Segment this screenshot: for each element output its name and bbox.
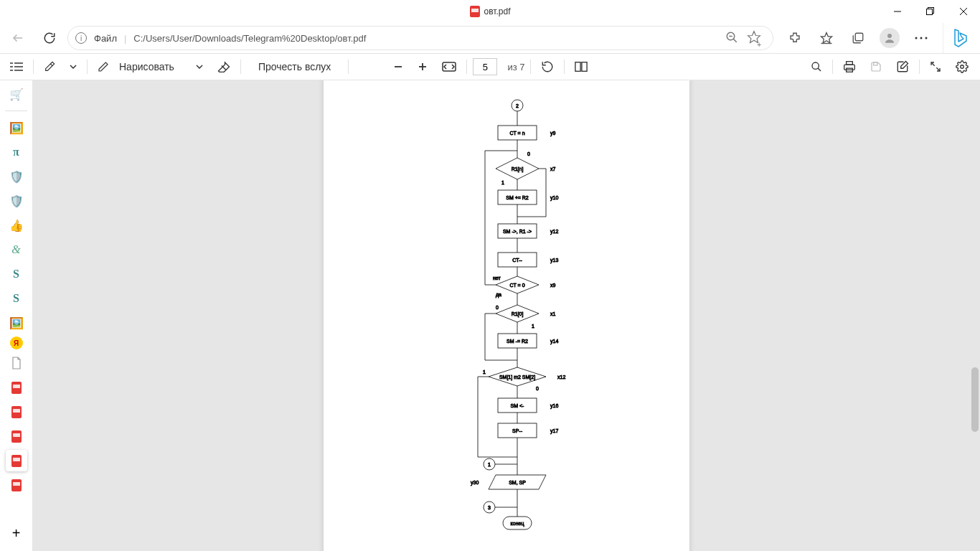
pdf-viewer[interactable]: 2 CT = n y9 R1[n] x7 0 1 [33, 80, 980, 551]
svg-text:y16: y16 [550, 403, 558, 409]
zoom-out-icon[interactable] [725, 31, 738, 46]
favorites-button[interactable] [812, 24, 841, 52]
fullscreen-button[interactable] [925, 56, 946, 77]
contents-button[interactable] [6, 56, 27, 77]
svg-text:SM -= R2: SM -= R2 [507, 339, 528, 344]
svg-point-14 [915, 37, 918, 39]
erase-button[interactable] [213, 56, 235, 77]
svg-text:конец: конец [511, 521, 524, 527]
sidebar-tab-13[interactable] [6, 377, 27, 398]
svg-text:x12: x12 [557, 375, 565, 380]
svg-rect-28 [575, 62, 580, 72]
svg-text:3: 3 [488, 505, 491, 510]
svg-rect-32 [847, 62, 853, 65]
svg-rect-12 [855, 33, 863, 41]
svg-text:R1[0]: R1[0] [512, 311, 524, 317]
bing-button[interactable] [943, 23, 976, 53]
sidebar-tab-1[interactable]: 🛒 [6, 83, 27, 105]
sidebar-tab-9[interactable]: S [6, 288, 27, 309]
sidebar-tab-4[interactable]: 🛡️ [6, 166, 27, 187]
fit-button[interactable] [438, 56, 461, 77]
window-minimize-button[interactable] [881, 0, 914, 23]
new-tab-button[interactable]: + [6, 522, 27, 544]
viewer-scrollbar[interactable] [971, 367, 979, 432]
vertical-tab-sidebar: 🛒 🖼️ π 🛡️ 🛡️ 👍 & S S 🖼️ Я + [0, 80, 33, 551]
page-total-label: из 7 [507, 62, 524, 72]
url-scheme: Файл [94, 33, 117, 44]
svg-text:y30: y30 [471, 480, 479, 486]
svg-text:нет: нет [493, 276, 501, 281]
svg-point-15 [920, 37, 923, 39]
svg-marker-10 [821, 33, 832, 43]
print-button[interactable] [839, 56, 860, 77]
svg-rect-33 [844, 65, 855, 70]
sidebar-tab-7[interactable]: & [6, 239, 27, 260]
more-button[interactable] [907, 24, 936, 52]
svg-text:SM, SP: SM, SP [509, 480, 526, 485]
settings-button[interactable] [951, 56, 973, 77]
favorite-icon[interactable]: + [747, 30, 765, 47]
svg-text:x7: x7 [550, 166, 556, 171]
highlight-button[interactable] [39, 56, 60, 77]
svg-text:1: 1 [501, 180, 504, 185]
svg-text:2: 2 [516, 103, 519, 108]
draw-button[interactable]: Нарисовать [93, 56, 186, 77]
zoom-in-button[interactable] [413, 56, 432, 77]
svg-text:y10: y10 [550, 195, 558, 201]
svg-line-37 [936, 67, 940, 71]
sidebar-tab-11[interactable]: Я [10, 336, 23, 349]
highlight-dropdown[interactable] [65, 56, 81, 77]
svg-rect-29 [582, 62, 587, 72]
svg-text:SM += R2: SM += R2 [506, 195, 529, 200]
svg-text:1: 1 [483, 369, 486, 375]
browser-navbar: i Файл | C:/Users/User/Downloads/Telegra… [0, 23, 980, 53]
sidebar-tab-15[interactable] [6, 425, 27, 447]
window-maximize-button[interactable] [914, 0, 947, 23]
svg-text:0: 0 [536, 386, 539, 391]
sidebar-tab-16[interactable] [6, 474, 27, 496]
sidebar-tab-8[interactable]: S [6, 263, 27, 285]
svg-text:y9: y9 [550, 131, 556, 136]
sidebar-tab-14[interactable] [6, 401, 27, 423]
workspace: 🛒 🖼️ π 🛡️ 🛡️ 👍 & S S 🖼️ Я + 2 [0, 80, 980, 551]
page-view-button[interactable] [570, 56, 592, 77]
window-close-button[interactable] [947, 0, 980, 23]
sidebar-tab-10[interactable]: 🖼️ [6, 312, 27, 334]
zoom-out-button[interactable] [389, 56, 407, 77]
svg-text:CT = n: CT = n [509, 131, 524, 136]
svg-point-30 [812, 62, 819, 69]
collections-button[interactable] [844, 24, 872, 52]
address-bar[interactable]: i Файл | C:/Users/User/Downloads/Telegra… [67, 26, 773, 50]
draw-dropdown[interactable] [192, 56, 207, 77]
svg-rect-2 [927, 9, 933, 15]
sidebar-tab-current[interactable] [6, 450, 27, 471]
save-as-button[interactable] [892, 56, 913, 77]
profile-button[interactable] [875, 24, 904, 52]
sidebar-tab-6[interactable]: 👍 [6, 215, 27, 236]
save-button[interactable] [866, 56, 886, 77]
svg-text:SM[1] m2 SM[2]: SM[1] m2 SM[2] [499, 375, 535, 380]
svg-point-16 [925, 37, 928, 39]
svg-text:y17: y17 [550, 428, 558, 434]
page-number-input[interactable] [473, 58, 497, 75]
extensions-button[interactable] [781, 24, 809, 52]
svg-text:CT = 0: CT = 0 [509, 283, 524, 288]
svg-text:0: 0 [527, 151, 530, 156]
sidebar-tab-12[interactable] [6, 352, 27, 374]
sidebar-tab-5[interactable]: 🛡️ [6, 190, 27, 212]
rotate-button[interactable] [537, 56, 558, 77]
svg-point-13 [887, 34, 892, 38]
sidebar-tab-2[interactable]: 🖼️ [6, 117, 27, 138]
search-button[interactable] [806, 56, 826, 77]
svg-text:да: да [496, 292, 501, 298]
window-title: овт.pdf [484, 6, 511, 17]
site-info-icon[interactable]: i [75, 32, 87, 44]
refresh-button[interactable] [36, 24, 63, 52]
svg-text:SP--: SP-- [512, 428, 523, 433]
sidebar-tab-3[interactable]: π [6, 141, 27, 163]
svg-text:SM ->, R1 ->: SM ->, R1 -> [503, 229, 532, 234]
svg-text:R1[n]: R1[n] [512, 166, 524, 172]
window-titlebar: овт.pdf [0, 0, 980, 23]
pdf-page: 2 CT = n y9 R1[n] x7 0 1 [324, 80, 689, 551]
read-aloud-button[interactable]: Прочесть вслух [247, 56, 342, 77]
